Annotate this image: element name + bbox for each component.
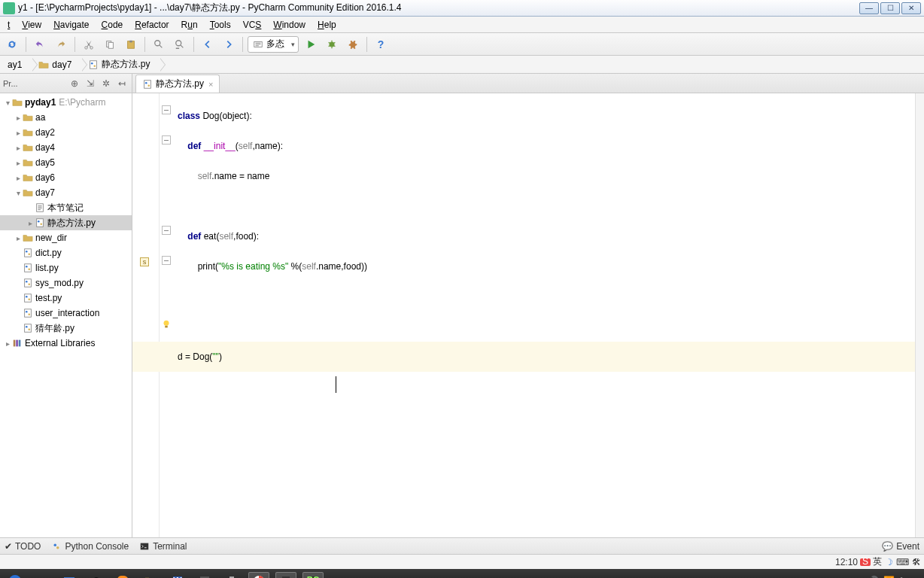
menu-edit[interactable]: t: [2, 18, 16, 32]
sync-icon[interactable]: [3, 35, 21, 53]
tree-item-dictpy[interactable]: dict.py: [0, 245, 132, 260]
project-tree[interactable]: ▾pyday1E:\Pycharm▸aa▸day2▸day4▸day5▸day6…: [0, 93, 132, 537]
paste-icon[interactable]: [122, 35, 140, 53]
menu-window[interactable]: Window: [267, 18, 312, 32]
debug-icon[interactable]: [323, 35, 341, 53]
intention-bulb-icon[interactable]: [161, 319, 172, 330]
menu-navigate[interactable]: Navigate: [47, 18, 95, 32]
tree-item-day2[interactable]: ▸day2: [0, 125, 132, 140]
gear-icon[interactable]: ✲: [99, 77, 113, 90]
tab-todo[interactable]: ✔TODO: [5, 541, 41, 552]
copy-icon[interactable]: [101, 35, 119, 53]
code-body: class Dog(object): def __init__(self,nam…: [178, 101, 909, 372]
separator: [366, 37, 367, 52]
locate-icon[interactable]: ⊕: [68, 77, 81, 90]
tree-item-ExternalLibraries[interactable]: ▸External Libraries: [0, 336, 132, 351]
replace-icon[interactable]: [171, 35, 189, 53]
menu-run[interactable]: Run: [175, 18, 204, 32]
gutter-marker-s[interactable]: s: [140, 257, 149, 266]
tree-item-day7[interactable]: ▾day7: [0, 185, 132, 200]
tree-item-py[interactable]: ▸静态方法.py: [0, 215, 132, 230]
crumb-file[interactable]: 静态方法.py: [82, 56, 160, 73]
menu-refactor[interactable]: Refactor: [129, 18, 175, 32]
fold-eat-icon[interactable]: [162, 226, 171, 235]
keyboard-icon[interactable]: ⌨: [896, 557, 909, 567]
tree-item-sys_modpy[interactable]: sys_mod.py: [0, 275, 132, 291]
editor-tabs: 静态方法.py ×: [132, 74, 924, 93]
fold-class-icon[interactable]: [162, 105, 171, 114]
svg-rect-45: [141, 543, 149, 549]
svg-point-41: [164, 321, 169, 326]
tree-item-user_interaction[interactable]: user_interaction: [0, 306, 132, 321]
find-icon[interactable]: [150, 35, 168, 53]
menu-view[interactable]: View: [16, 18, 47, 32]
tree-item-new_dir[interactable]: ▸new_dir: [0, 230, 132, 245]
svg-point-31: [28, 313, 30, 315]
taskbar-app3-icon[interactable]: [275, 572, 296, 578]
text-cursor: [336, 376, 336, 393]
svg-rect-32: [25, 324, 32, 333]
menu-vcs[interactable]: VCS: [237, 18, 268, 32]
tree-item-aa[interactable]: ▸aa: [0, 110, 132, 125]
taskbar-word-icon[interactable]: W: [167, 572, 188, 578]
tree-item-testpy[interactable]: test.py: [0, 291, 132, 306]
tools-icon[interactable]: 🛠: [912, 557, 921, 567]
taskbar-qq-icon[interactable]: [86, 572, 107, 578]
menubar: t View Navigate Code Refactor Run Tools …: [0, 17, 924, 33]
start-button[interactable]: [5, 572, 26, 578]
collapse-icon[interactable]: ⇲: [84, 77, 97, 90]
tree-item-day4[interactable]: ▸day4: [0, 140, 132, 155]
menu-code[interactable]: Code: [96, 18, 129, 32]
svg-rect-14: [37, 219, 44, 227]
menu-help[interactable]: Help: [312, 18, 342, 32]
error-stripe[interactable]: [915, 93, 924, 537]
titlebar: y1 - [E:\PycharmProjects\pyday1] - ...\d…: [0, 0, 924, 17]
hide-icon[interactable]: ↤: [115, 77, 129, 90]
tree-item-pyday1[interactable]: ▾pyday1E:\Pycharm: [0, 95, 132, 110]
taskbar-firefox-icon[interactable]: [113, 572, 134, 578]
run-icon[interactable]: [302, 35, 320, 53]
taskbar: e W PC ● 🔊 📶 ⚑ ⊕: [0, 569, 924, 578]
tab-terminal[interactable]: Terminal: [139, 541, 187, 552]
maximize-button[interactable]: ☐: [880, 2, 900, 14]
forward-icon[interactable]: [220, 35, 238, 53]
undo-icon[interactable]: [31, 35, 49, 53]
fold-column: [160, 93, 173, 537]
cut-icon[interactable]: [80, 35, 98, 53]
close-button[interactable]: ✕: [901, 2, 921, 14]
crumb-folder[interactable]: day7: [32, 56, 82, 73]
fold-print-icon[interactable]: [162, 256, 171, 265]
menu-tools[interactable]: Tools: [204, 18, 237, 32]
tab-file[interactable]: 静态方法.py ×: [135, 75, 220, 93]
taskbar-pycharm-icon[interactable]: PC: [302, 572, 324, 578]
tab-python-console[interactable]: Python Console: [51, 541, 129, 552]
crumb-root[interactable]: ay1: [2, 56, 32, 73]
editor-area: 静态方法.py × s class Dog(object): def __ini…: [132, 74, 924, 537]
tree-item-listpy[interactable]: list.py: [0, 260, 132, 275]
taskbar-ie-icon[interactable]: e: [32, 572, 53, 578]
code-editor[interactable]: s class Dog(object): def __init__(self,n…: [132, 93, 924, 537]
tree-item-[interactable]: 本节笔记: [0, 200, 132, 215]
tree-item-py[interactable]: 猜年龄.py: [0, 321, 132, 336]
tree-item-day5[interactable]: ▸day5: [0, 155, 132, 170]
svg-rect-17: [25, 249, 32, 257]
help-icon[interactable]: ?: [372, 35, 390, 53]
fold-init-icon[interactable]: [162, 135, 171, 144]
redo-icon[interactable]: [52, 35, 70, 53]
tab-event-log[interactable]: 💬Event: [882, 541, 919, 552]
minimize-button[interactable]: —: [859, 2, 879, 14]
taskbar-explorer-icon[interactable]: [140, 572, 161, 578]
taskbar-photos-icon[interactable]: [59, 572, 80, 578]
taskbar-chrome-icon[interactable]: [248, 572, 269, 578]
tree-item-day6[interactable]: ▸day6: [0, 170, 132, 185]
settings-icon[interactable]: [344, 35, 362, 53]
svg-point-15: [38, 221, 40, 223]
tab-close-icon[interactable]: ×: [208, 80, 213, 89]
back-icon[interactable]: [199, 35, 217, 53]
ime-icon[interactable]: S: [859, 556, 871, 568]
svg-rect-38: [144, 80, 151, 88]
taskbar-app2-icon[interactable]: [221, 572, 242, 578]
taskbar-app1-icon[interactable]: [194, 572, 215, 578]
ime-lang[interactable]: 英: [873, 555, 882, 568]
run-config-dropdown[interactable]: 多态: [248, 36, 299, 53]
